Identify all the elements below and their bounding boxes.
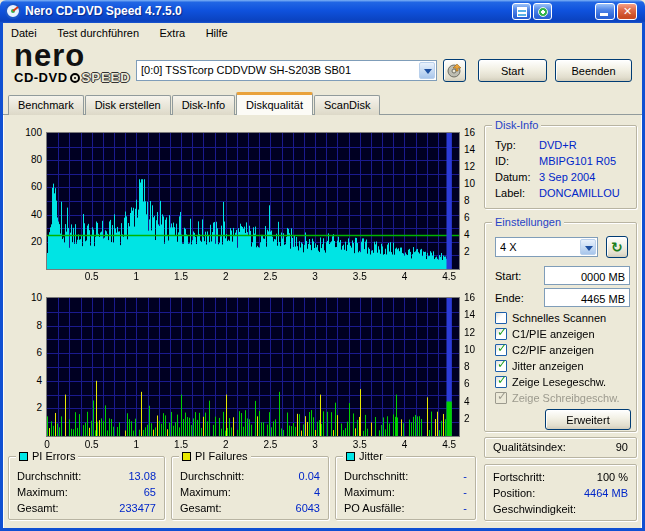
axis-tick-label: 4 (392, 272, 416, 282)
pi-errors-legend: PI Errors (16, 450, 78, 462)
start-button[interactable]: Start (478, 59, 547, 82)
drive-select-dropdown-button[interactable] (419, 62, 435, 79)
advanced-button[interactable]: Erweitert (545, 409, 631, 430)
titlebar-chart-button[interactable] (512, 3, 531, 20)
close-button[interactable] (617, 3, 637, 20)
logo-product-right: SPEED (82, 70, 131, 85)
checkbox-label: Jitter anzeigen (512, 360, 584, 372)
axis-tick-label: 16 (464, 128, 475, 138)
stat-label: Durchschnitt: (17, 470, 81, 482)
axis-tick-label: 3 (303, 272, 327, 282)
axis-tick-label: 0.5 (80, 440, 104, 450)
axis-tick-label: 10 (31, 293, 42, 303)
axis-tick-label: 0 (35, 440, 59, 450)
axis-tick-label: 3 (303, 440, 327, 450)
pif-chart-x-axis: 00.511.522.533.544.5 (47, 440, 459, 451)
logo-product-left: CD-DVD (14, 70, 68, 85)
stat-value: - (463, 470, 467, 482)
pi-failures-stats-box: PI Failures Durchschnitt: 0.04 Maximum: … (171, 456, 329, 520)
checkbox-c2-pif-anzeigen[interactable]: C2/PIF anzeigen (495, 344, 594, 358)
position-value: 4464 MB (584, 487, 628, 499)
checkbox-box[interactable] (495, 328, 507, 340)
axis-tick-label: 4 (36, 376, 42, 386)
axis-tick-label: 80 (31, 155, 42, 165)
tab-disk-erstellen[interactable]: Disk erstellen (85, 95, 171, 115)
checkbox-box[interactable] (495, 360, 507, 372)
eject-button[interactable] (443, 59, 466, 82)
pi-errors-stats-box: PI Errors Durchschnitt: 13.08 Maximum: 6… (8, 456, 165, 520)
axis-tick-label: 1.5 (169, 440, 193, 450)
progress-value: 100 % (597, 471, 628, 483)
pi-failures-legend: PI Failures (179, 450, 251, 462)
stat-value: 6043 (296, 502, 320, 514)
progress-label: Fortschritt: (493, 471, 545, 483)
axis-tick-label: 3.5 (348, 272, 372, 282)
pi-errors-color-swatch (19, 452, 28, 461)
axis-tick-label: 4.5 (437, 440, 461, 450)
stat-label: Durchschnitt: (180, 470, 244, 482)
jitter-stats-box: Jitter Durchschnitt: - Maximum: - PO Aus… (335, 456, 476, 520)
menu-test-durchfuehren[interactable]: Test durchführen (49, 24, 147, 39)
stat-label: PO Ausfälle: (344, 502, 405, 514)
stat-value: 0.04 (299, 470, 320, 482)
scan-speed-dropdown-button[interactable] (580, 239, 596, 255)
axis-tick-label: 10 (464, 345, 475, 355)
refresh-button[interactable] (606, 236, 628, 258)
pi-failures-color-swatch (182, 452, 191, 461)
disk-info-title: Disk-Info (492, 119, 541, 131)
settings-box: Einstellungen 4 X Start: Ende: Schnelles… (484, 222, 637, 432)
menu-hilfe[interactable]: Hilfe (198, 24, 236, 39)
position-label: Position: (493, 487, 535, 499)
tab-scandisk[interactable]: ScanDisk (314, 95, 380, 115)
tab-diskqualitaet[interactable]: Diskqualität (236, 92, 313, 115)
titlebar-disc-button[interactable] (533, 3, 552, 20)
minimize-button[interactable] (595, 3, 615, 20)
axis-tick-label: 1 (124, 272, 148, 282)
axis-tick-label: 4 (392, 440, 416, 450)
disk-label-value: DONCAMILLOU (539, 187, 620, 199)
axis-tick-label: 4.5 (437, 272, 461, 282)
stat-value: 65 (144, 486, 156, 498)
axis-tick-label: 14 (464, 145, 475, 155)
tab-strip: Benchmark Disk erstellen Disk-Info Diskq… (8, 93, 381, 115)
checkbox-box[interactable] (495, 376, 507, 388)
quality-index-box: Qualitätsindex: 90 (484, 437, 637, 458)
checkbox-box[interactable] (495, 312, 507, 324)
disk-id-value: MBIPG101 R05 (539, 155, 616, 167)
checkbox-label: Zeige Lesegeschw. (512, 376, 606, 388)
checkbox-box[interactable] (495, 344, 507, 356)
checkbox-c1-pie-anzeigen[interactable]: C1/PIE anzeigen (495, 328, 595, 342)
axis-tick-label: 2.5 (258, 272, 282, 282)
eject-disc-icon (447, 63, 462, 78)
stat-label: Gesamt: (17, 502, 59, 514)
axis-tick-label: 3.5 (348, 440, 372, 450)
pie-chart-x-axis: 0.511.522.533.544.5 (47, 272, 459, 283)
checkbox-jitter-anzeigen[interactable]: Jitter anzeigen (495, 360, 584, 374)
menubar: Datei Test durchführen Extra Hilfe (3, 23, 642, 42)
checkbox-box (495, 392, 507, 404)
checkbox-label: Schnelles Scannen (512, 312, 606, 324)
scan-speed-select[interactable]: 4 X (495, 237, 598, 257)
axis-tick-label: 8 (464, 362, 470, 372)
disk-type-label: Typ: (495, 139, 516, 151)
checkbox-zeige-schreibgeschw: Zeige Schreibgeschw. (495, 392, 620, 406)
start-position-label: Start: (495, 270, 521, 282)
menu-datei[interactable]: Datei (3, 24, 45, 39)
axis-tick-label: 6 (464, 379, 470, 389)
drive-select[interactable]: [0:0] TSSTcorp CDDVDW SH-S203B SB01 (136, 60, 437, 81)
checkbox-zeige-lesegeschw[interactable]: Zeige Lesegeschw. (495, 376, 606, 390)
disk-label-label: Label: (495, 187, 525, 199)
tab-disk-info[interactable]: Disk-Info (172, 95, 235, 115)
start-position-field[interactable] (544, 266, 630, 285)
tab-benchmark[interactable]: Benchmark (8, 95, 84, 115)
stat-label: Maximum: (17, 486, 68, 498)
axis-tick-label: 40 (31, 210, 42, 220)
settings-title: Einstellungen (492, 216, 564, 228)
checkbox-schnelles-scannen[interactable]: Schnelles Scannen (495, 312, 606, 326)
axis-tick-label: 6 (36, 348, 42, 358)
jitter-color-swatch (346, 452, 355, 461)
menu-extra[interactable]: Extra (152, 24, 194, 39)
axis-tick-label: 2 (464, 414, 470, 424)
quit-button[interactable]: Beenden (555, 59, 632, 82)
end-position-field[interactable] (544, 288, 630, 307)
